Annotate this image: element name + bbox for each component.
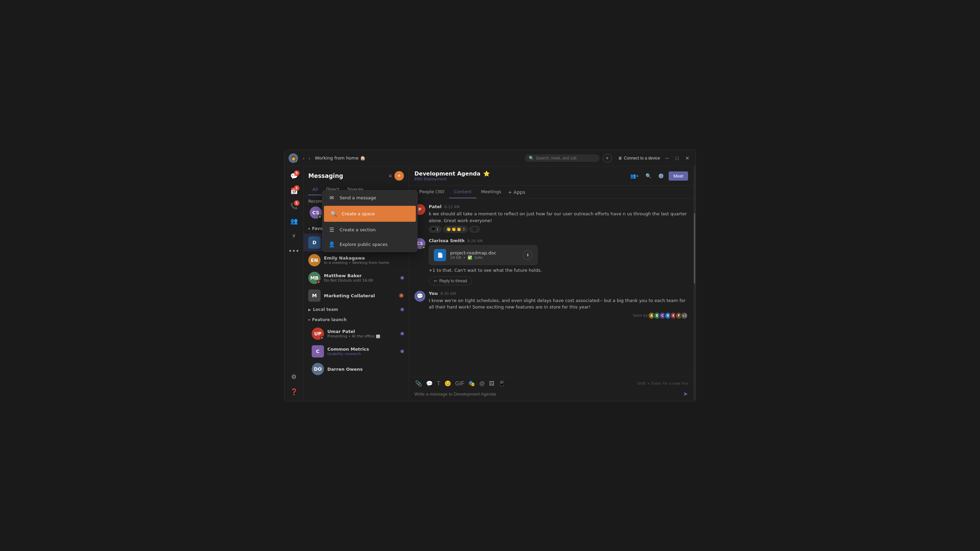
message-input[interactable] (414, 392, 680, 397)
messaging-panel: Messaging ≡ + ✉️ Send a message 🔍 Create… (304, 166, 409, 401)
add-members-button[interactable]: 👥+ (628, 171, 641, 181)
patel-message-content: Patel 8:12 AM k we should all take a mom… (429, 204, 688, 233)
emily-avatar: EN (308, 254, 321, 266)
conv-item-darren[interactable]: DO Darren Owens (304, 360, 409, 378)
at-mention-button[interactable]: @ (479, 380, 485, 387)
file-info: project-roadmap.doc 24 KB • ✅ Safe (450, 250, 519, 260)
sidebar-item-settings[interactable]: ⚙️ (287, 370, 301, 383)
tab-add-apps[interactable]: + Apps (506, 186, 527, 198)
matthew-avatar: MB (308, 272, 321, 284)
you-message-content: You 8:30 AM I know we're on tight schedu… (429, 291, 688, 319)
sidebar-item-calendar[interactable]: 📅 1 (287, 184, 301, 198)
conv-item-common-metrics[interactable]: C Common Metrics Usability research (304, 343, 409, 360)
send-button[interactable]: ➤ (683, 390, 688, 398)
umar-name: Umar Patel (327, 329, 397, 334)
text-format-button[interactable]: T (436, 380, 441, 387)
attach-button[interactable]: 📎 (414, 380, 423, 387)
screen-share-button[interactable]: 📱 (498, 380, 506, 387)
clarissa-sender-name: Clarissa Smith (429, 238, 465, 243)
forward-button[interactable]: › (307, 155, 312, 162)
sidebar-item-help[interactable]: ❓ (287, 385, 301, 398)
tab-meetings[interactable]: Meetings (476, 186, 506, 198)
seen-by-row: Seen by A B C D E F +2 (429, 312, 688, 319)
back-button[interactable]: ‹ (301, 155, 306, 162)
image-button[interactable]: 🖼 (488, 380, 495, 387)
mute-icon: 🔕 (399, 293, 404, 298)
reply-thread-button[interactable]: ↩ Reply to thread (429, 276, 472, 285)
panel-menu-button[interactable]: ≡ (388, 171, 393, 181)
dropdown-explore-spaces[interactable]: 👤 Explore public spaces (323, 237, 417, 252)
matthew-status-dot (317, 280, 320, 284)
marketing-info: Marketing Collateral (324, 293, 395, 298)
dev-agenda-avatar: D (308, 237, 321, 249)
scroll-bar[interactable] (694, 166, 695, 401)
chat-settings-button[interactable]: ⚙️ (656, 171, 666, 181)
message-row: 💬 You 8:30 AM I know we're on tight sche… (414, 291, 688, 319)
navigation-arrows: ‹ › (301, 155, 311, 162)
format-button[interactable]: 💬 (425, 380, 434, 387)
new-conversation-button[interactable]: + (395, 171, 404, 181)
search-bar[interactable]: 🔍 (525, 154, 600, 162)
emily-name: Emily Nakagawa (324, 256, 404, 260)
connect-device-button[interactable]: 🖥 Connect to a device (618, 156, 660, 160)
sidebar-item-more[interactable]: ••• (287, 244, 301, 257)
reaction-clap[interactable]: 👏👏👏 3 (443, 226, 468, 233)
you-msg-time: 8:30 AM (440, 292, 456, 296)
umar-sub: Presenting • At the office 🏢 (327, 334, 397, 338)
sticker-button[interactable]: 🎭 (468, 380, 476, 387)
icon-rail: 💬 5 📅 1 📞 1 👥 ⚡ ••• ⚙️ (285, 166, 304, 401)
emoji-button[interactable]: 😊 (444, 380, 452, 387)
online-status (295, 160, 298, 163)
dropdown-create-space[interactable]: 🔍 Create a space (324, 206, 416, 222)
you-msg-text: I know we're on tight schedules, and eve… (429, 297, 688, 311)
sidebar-item-people[interactable]: 👥 (287, 214, 301, 227)
monitor-icon: 🖥 (618, 156, 622, 160)
conv-item-umar[interactable]: UP Umar Patel Presenting • At the office… (304, 325, 409, 343)
favorite-star[interactable]: ⭐ (483, 170, 490, 177)
file-name: project-roadmap.doc (450, 250, 519, 256)
patel-sender-name: Patel (429, 204, 441, 209)
patel-msg-text: k we should all take a moment to reflect… (429, 211, 688, 224)
conv-item-matthew[interactable]: MB Matthew Baker Do Not Disturb until 16… (304, 269, 409, 287)
clarissa-online-dot (422, 246, 425, 249)
tab-people[interactable]: People (30) (414, 186, 449, 198)
download-button[interactable]: ⬇ (523, 250, 533, 260)
chat-header: Development Agenda ⭐ ENG Deployment 👥+ 🔍… (409, 166, 694, 186)
local-team-section-header[interactable]: ▶ Local team (304, 305, 409, 314)
chat-header-actions: 👥+ 🔍 ⚙️ Meet (628, 171, 688, 181)
gif-button[interactable]: GIF (455, 380, 465, 387)
maximize-button[interactable]: □ (674, 155, 681, 162)
clarissa-msg-text: +1 to that. Can't wait to see what the f… (429, 267, 688, 274)
create-section-icon: ☰ (328, 227, 336, 233)
reaction-add[interactable]: 😊 (469, 226, 480, 233)
sidebar-item-activity[interactable]: ⚡ (287, 229, 301, 243)
common-metrics-info: Common Metrics Usability research (327, 346, 397, 356)
minimize-button[interactable]: ─ (663, 155, 671, 162)
search-input[interactable] (536, 156, 595, 160)
dropdown-create-section[interactable]: ☰ Create a section (323, 222, 417, 237)
meet-button[interactable]: Meet (669, 171, 688, 181)
you-msg-header: You 8:30 AM (429, 291, 688, 296)
conv-item-marketing[interactable]: M Marketing Collateral 🔕 (304, 287, 409, 305)
sidebar-item-chat[interactable]: 💬 5 (287, 169, 301, 183)
feature-launch-section-header[interactable]: ▾ Feature launch (304, 314, 409, 325)
sidebar-item-calls[interactable]: 📞 1 (287, 199, 301, 213)
umar-notification (401, 332, 404, 335)
panel-header: Messaging ≡ + (304, 166, 409, 184)
tab-content[interactable]: Content (449, 186, 476, 198)
tab-all[interactable]: All (308, 184, 322, 195)
scroll-thumb[interactable] (694, 213, 695, 284)
close-button[interactable]: ✕ (683, 155, 692, 162)
seen-more-count: +2 (681, 312, 688, 319)
search-chat-button[interactable]: 🔍 (643, 171, 653, 181)
message-input-area: 📎 💬 T 😊 GIF 🎭 @ 🖼 📱 Shift + Enter for a … (409, 376, 694, 401)
help-icon: ❓ (290, 388, 298, 395)
dropdown-send-message[interactable]: ✉️ Send a message (323, 191, 417, 205)
user-avatar[interactable]: 👩 (288, 153, 298, 163)
common-metrics-sub: Usability research (327, 352, 397, 356)
add-button[interactable]: + (603, 154, 612, 163)
reaction-heart[interactable]: ❤️ 1 (429, 226, 442, 233)
clarissa-status-dot (318, 215, 321, 218)
conv-item-emily[interactable]: EN Emily Nakagawa In a meeting • Working… (304, 251, 409, 269)
people-icon: 👥 (290, 218, 298, 224)
